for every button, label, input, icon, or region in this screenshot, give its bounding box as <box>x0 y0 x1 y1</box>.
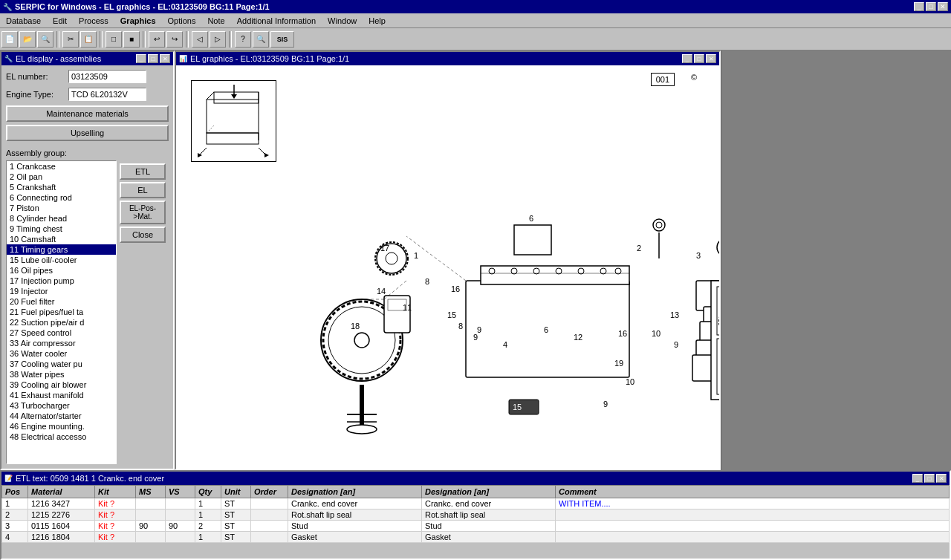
assembly-item-suction-pipe[interactable]: 22 Suction pipe/air d <box>7 317 116 328</box>
assembly-item-water-pipes[interactable]: 38 Water pipes <box>7 369 116 380</box>
assembly-item-water-cooler[interactable]: 36 Water cooler <box>7 348 116 359</box>
cell-qty: 1 <box>195 498 221 509</box>
toolbar-btn-4[interactable]: □ <box>106 31 122 48</box>
assembly-item-camshaft[interactable]: 10 Camshaft <box>7 234 116 244</box>
close-assembly-btn[interactable]: Close <box>120 227 166 243</box>
col-unit: Unit <box>221 486 251 498</box>
assembly-item-timing-chest[interactable]: 9 Timing chest <box>7 224 116 234</box>
assembly-item-cylinder-head[interactable]: 8 Cylinder head <box>7 213 116 224</box>
toolbar-btn-redo[interactable]: ↪ <box>166 31 183 48</box>
svg-text:9: 9 <box>603 400 608 408</box>
cell-material: 0115 1604 <box>28 521 95 532</box>
assembly-item-electrical[interactable]: 48 Electrical accesso <box>7 432 116 442</box>
assembly-item-alternator[interactable]: 44 Alternator/starter <box>7 411 116 421</box>
svg-rect-76 <box>717 287 719 335</box>
toolbar-btn-7[interactable]: ▷ <box>210 31 226 48</box>
cell-kit[interactable]: Kit ? <box>95 498 136 509</box>
menu-window[interactable]: Window <box>322 15 363 26</box>
assembly-item-fuel-pipes[interactable]: 21 Fuel pipes/fuel ta <box>7 307 116 317</box>
menu-graphics[interactable]: Graphics <box>114 15 162 26</box>
toolbar-btn-copy[interactable]: 📋 <box>80 31 97 48</box>
toolbar-btn-6[interactable]: ◁ <box>192 31 208 48</box>
toolbar-btn-cut[interactable]: ✂ <box>62 31 79 48</box>
center-panel-close[interactable]: ✕ <box>706 54 716 63</box>
etl-btn[interactable]: ETL <box>120 163 166 180</box>
left-panel-minimize[interactable]: _ <box>136 54 146 63</box>
svg-rect-1 <box>214 92 259 103</box>
cell-kit[interactable]: Kit ? <box>95 532 136 543</box>
assembly-item-injection-pump[interactable]: 17 Injection pump <box>7 276 116 286</box>
maintenance-btn[interactable]: Maintenance materials <box>6 105 169 122</box>
el-btn[interactable]: EL <box>120 182 166 198</box>
assembly-item-speed-control[interactable]: 27 Speed control <box>7 328 116 338</box>
assembly-item-piston[interactable]: 7 Piston <box>7 203 116 213</box>
toolbar-btn-help[interactable]: ? <box>235 31 251 48</box>
cell-vs <box>166 532 195 543</box>
assembly-list[interactable]: 1 Crankcase 2 Oil pan 5 Crankshaft 6 Con… <box>6 160 117 464</box>
cell-material: 1216 1804 <box>28 532 95 543</box>
assembly-item-oil-pipes[interactable]: 16 Oil pipes <box>7 265 116 276</box>
toolbar-sep-1 <box>56 31 59 48</box>
el-number-input[interactable] <box>68 70 146 83</box>
close-btn[interactable]: ✕ <box>938 2 948 11</box>
cell-kit[interactable]: Kit ? <box>95 521 136 532</box>
col-qty: Qty <box>195 486 221 498</box>
menu-database[interactable]: Database <box>0 15 47 26</box>
center-panel-minimize[interactable]: _ <box>682 54 692 63</box>
toolbar-btn-3[interactable]: 🔍 <box>37 31 53 48</box>
bottom-panel-close[interactable]: ✕ <box>936 474 947 483</box>
upselling-btn[interactable]: Upselling <box>6 125 169 141</box>
menu-edit[interactable]: Edit <box>47 15 73 26</box>
el-pos-mat-btn[interactable]: EL-Pos->Mat. <box>120 201 166 224</box>
assembly-item-crankcase[interactable]: 1 Crankcase <box>7 161 116 172</box>
engine-type-input[interactable] <box>68 88 146 101</box>
assembly-item-oil-pan[interactable]: 2 Oil pan <box>7 172 116 182</box>
toolbar-btn-5[interactable]: ■ <box>123 31 140 48</box>
toolbar-btn-2[interactable]: 📂 <box>19 31 36 48</box>
col-order: Order <box>251 486 288 498</box>
toolbar-btn-1[interactable]: 📄 <box>1 31 18 48</box>
graphics-canvas[interactable]: 001 © <box>176 65 719 469</box>
assembly-item-engine-mounting[interactable]: 46 Engine mounting. <box>7 421 116 432</box>
svg-point-60 <box>656 222 662 228</box>
left-panel-close[interactable]: ✕ <box>160 54 170 63</box>
center-panel-maximize[interactable]: □ <box>694 54 704 63</box>
left-panel-maximize[interactable]: □ <box>148 54 158 63</box>
cell-ms <box>136 509 166 521</box>
assembly-item-injector[interactable]: 19 Injector <box>7 286 116 296</box>
toolbar-btn-sis[interactable]: SIS <box>270 31 294 48</box>
menu-process[interactable]: Process <box>73 15 114 26</box>
assembly-item-cooling-air[interactable]: 39 Cooling air blower <box>7 380 116 390</box>
cell-comment <box>556 509 950 521</box>
assembly-item-cooling-water[interactable]: 37 Cooling water pu <box>7 359 116 369</box>
cell-ms <box>136 498 166 509</box>
cell-kit[interactable]: Kit ? <box>95 509 136 521</box>
svg-marker-8 <box>231 94 237 99</box>
assembly-item-turbocharger[interactable]: 43 Turbocharger <box>7 400 116 411</box>
table-row: 2 1215 2276 Kit ? 1 ST Rot.shaft lip sea… <box>2 509 950 521</box>
bottom-panel-maximize[interactable]: □ <box>924 474 935 483</box>
assembly-item-timing-gears[interactable]: 11 Timing gears <box>7 244 116 255</box>
svg-text:12: 12 <box>574 333 582 342</box>
assembly-item-connecting-rod[interactable]: 6 Connecting rod <box>7 192 116 203</box>
assembly-item-fuel-filter[interactable]: 20 Fuel filter <box>7 296 116 307</box>
menu-help[interactable]: Help <box>363 15 392 26</box>
menu-note[interactable]: Note <box>201 15 230 26</box>
svg-line-6 <box>207 126 214 133</box>
maximize-btn[interactable]: □ <box>926 2 936 11</box>
assembly-item-crankshaft[interactable]: 5 Crankshaft <box>7 182 116 192</box>
table-row: 4 1216 1804 Kit ? 1 ST Gasket Gasket <box>2 532 950 543</box>
minimize-btn[interactable]: _ <box>914 2 924 11</box>
assembly-item-exhaust-manifold[interactable]: 41 Exhaust manifold <box>7 390 116 400</box>
assembly-item-lube-oil[interactable]: 15 Lube oil/-cooler <box>7 255 116 265</box>
svg-marker-10 <box>198 153 202 157</box>
toolbar-btn-undo[interactable]: ↩ <box>149 31 165 48</box>
menu-additional-info[interactable]: Additional Information <box>231 15 322 26</box>
svg-text:16: 16 <box>451 284 460 293</box>
svg-text:17: 17 <box>380 244 389 253</box>
menu-options[interactable]: Options <box>162 15 202 26</box>
bottom-panel-minimize[interactable]: _ <box>912 474 923 483</box>
svg-text:13: 13 <box>670 310 679 319</box>
assembly-item-air-compressor[interactable]: 33 Air compressor <box>7 338 116 348</box>
toolbar-btn-search[interactable]: 🔍 <box>253 31 269 48</box>
